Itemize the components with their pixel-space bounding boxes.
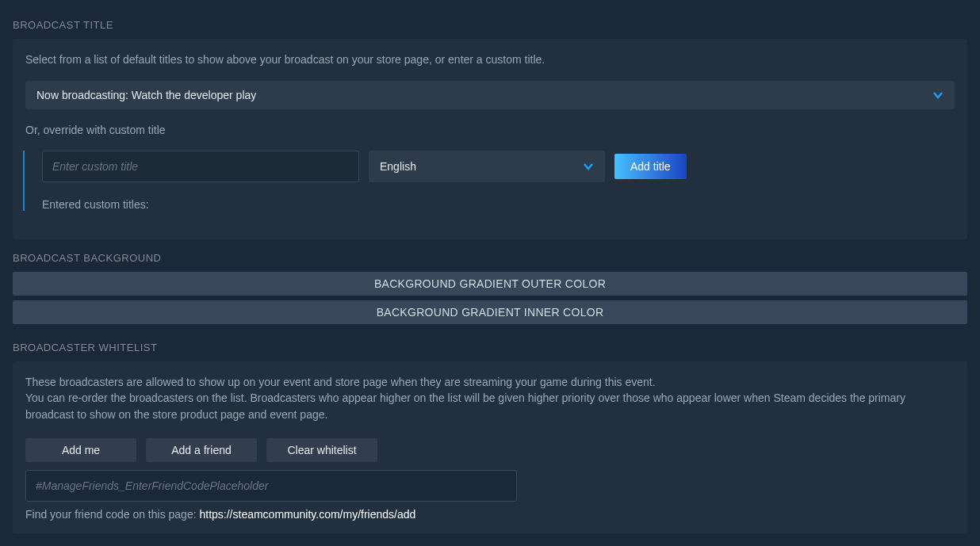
- bg-gradient-inner-button[interactable]: BACKGROUND GRADIENT INNER COLOR: [13, 300, 967, 324]
- override-label: Or, override with custom title: [25, 124, 955, 136]
- custom-title-input[interactable]: [42, 151, 359, 182]
- custom-title-row: English Add title: [42, 151, 955, 182]
- broadcaster-whitelist-header: BROADCASTER WHITELIST: [13, 342, 967, 353]
- add-friend-button[interactable]: Add a friend: [146, 438, 257, 462]
- language-selected: English: [380, 160, 416, 173]
- broadcast-title-description: Select from a list of default titles to …: [25, 52, 955, 68]
- friend-code-input[interactable]: [25, 470, 517, 502]
- default-title-selected: Now broadcasting: Watch the developer pl…: [36, 89, 256, 101]
- friend-code-help-prefix: Find your friend code on this page:: [25, 508, 199, 521]
- chevron-down-icon: [932, 90, 944, 101]
- broadcast-title-header: BROADCAST TITLE: [13, 19, 967, 31]
- add-title-button[interactable]: Add title: [614, 154, 687, 179]
- broadcast-title-panel: Select from a list of default titles to …: [13, 39, 967, 239]
- bg-gradient-outer-button[interactable]: BACKGROUND GRADIENT OUTER COLOR: [13, 272, 967, 296]
- chevron-down-icon: [583, 161, 594, 172]
- broadcaster-whitelist-panel: These broadcasters are allowed to show u…: [13, 361, 967, 533]
- whitelist-desc-line1: These broadcasters are allowed to show u…: [25, 376, 656, 388]
- entered-titles-label: Entered custom titles:: [42, 198, 955, 211]
- add-me-button[interactable]: Add me: [25, 438, 136, 462]
- whitelist-description: These broadcasters are allowed to show u…: [25, 374, 955, 422]
- custom-title-section: English Add title Entered custom titles:: [23, 151, 955, 211]
- clear-whitelist-button[interactable]: Clear whitelist: [266, 438, 377, 462]
- language-select[interactable]: English: [369, 151, 605, 182]
- whitelist-desc-line2: You can re-order the broadcasters on the…: [25, 391, 905, 420]
- friend-code-link[interactable]: https://steamcommunity.com/my/friends/ad…: [199, 508, 415, 521]
- friend-code-help: Find your friend code on this page: http…: [25, 508, 955, 521]
- broadcast-background-header: BROADCAST BACKGROUND: [13, 252, 967, 264]
- whitelist-button-row: Add me Add a friend Clear whitelist: [25, 438, 955, 462]
- default-title-dropdown[interactable]: Now broadcasting: Watch the developer pl…: [25, 81, 955, 109]
